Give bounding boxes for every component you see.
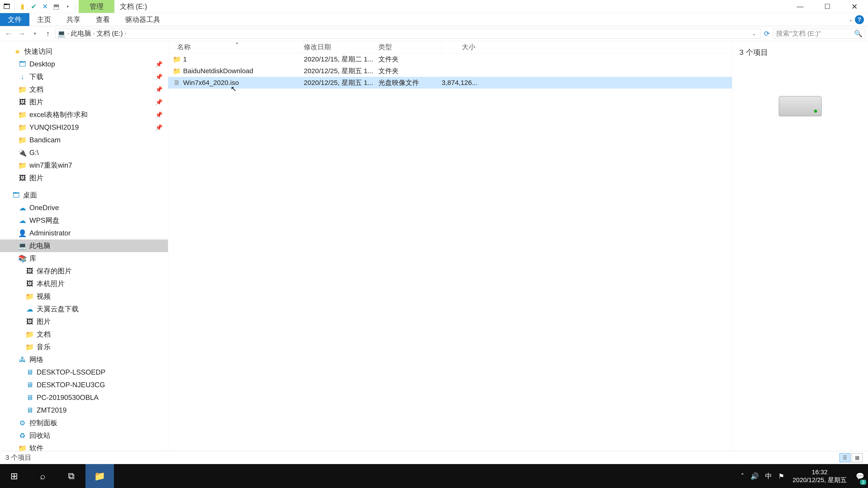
search-input[interactable]: 搜索"文档 (E:)" 🔍 xyxy=(773,29,865,39)
nav-library-item[interactable]: 保存的图片 xyxy=(0,265,168,278)
nav-quick-item[interactable]: Desktop 📌 xyxy=(0,58,168,70)
nav-quick-access[interactable]: 快速访问 xyxy=(0,45,168,58)
qat-checkmark-icon[interactable]: ✔ xyxy=(29,0,39,13)
nav-label: 库 xyxy=(29,254,36,263)
file-row[interactable]: Win7x64_2020.iso 2020/12/25, 星期五 1... 光盘… xyxy=(168,77,732,89)
volume-icon[interactable]: 🔊 xyxy=(750,472,759,480)
nav-quick-item[interactable]: 图片 xyxy=(0,172,168,184)
taskbar-clock[interactable]: 16:32 2020/12/25, 星期五 xyxy=(787,468,852,484)
address-dropdown-icon[interactable]: ⌄ xyxy=(750,31,758,37)
qat-properties-icon[interactable]: ⬒ xyxy=(51,0,61,13)
nav-extra-item[interactable]: 回收站 xyxy=(0,429,168,442)
status-bar: 3 个项目 ☰ ▦ xyxy=(0,451,868,464)
nav-up-button[interactable]: ↑ xyxy=(42,26,54,41)
column-name[interactable]: 名称 ▴ xyxy=(168,41,304,53)
nav-desktop-root[interactable]: 桌面 xyxy=(0,189,168,201)
view-details-button[interactable]: ☰ xyxy=(839,453,850,462)
start-button[interactable]: ⊞ xyxy=(0,464,29,488)
nav-library-item[interactable]: 视频 xyxy=(0,290,168,303)
usb-ic-icon xyxy=(18,149,27,157)
nav-label: 网络 xyxy=(29,355,43,364)
nav-desktop-item[interactable]: OneDrive xyxy=(0,201,168,214)
ribbon-collapse-icon[interactable]: ⌄ xyxy=(848,17,852,23)
nav-recent-dropdown[interactable]: ▾ xyxy=(29,26,41,41)
nav-network-item[interactable]: ZMT2019 xyxy=(0,404,168,417)
nav-extra-item[interactable]: 控制面板 xyxy=(0,417,168,429)
help-icon[interactable]: ? xyxy=(855,15,864,24)
nav-library-item[interactable]: 本机照片 xyxy=(0,278,168,290)
nav-quick-item[interactable]: win7重装win7 xyxy=(0,159,168,172)
column-date[interactable]: 修改日期 xyxy=(304,41,378,53)
task-view-button[interactable]: ⧉ xyxy=(57,464,86,488)
nav-quick-item[interactable]: 下载 📌 xyxy=(0,70,168,83)
file-date: 2020/12/15, 星期二 1... xyxy=(304,55,378,64)
refresh-button[interactable]: ⟳ xyxy=(762,30,772,37)
nav-desktop-item[interactable]: Administrator xyxy=(0,227,168,239)
nav-quick-item[interactable]: YUNQISHI2019 📌 xyxy=(0,121,168,134)
nav-back-button[interactable]: ← xyxy=(3,26,14,41)
ime-indicator[interactable]: 中 xyxy=(765,471,772,481)
tab-view[interactable]: 查看 xyxy=(88,13,118,26)
nav-quick-item[interactable]: Bandicam xyxy=(0,134,168,147)
nav-quick-item[interactable]: 图片 📌 xyxy=(0,96,168,108)
nav-desktop-item[interactable]: WPS网盘 xyxy=(0,214,168,227)
file-type: 光盘映像文件 xyxy=(378,78,442,88)
search-icon[interactable]: 🔍 xyxy=(854,30,862,37)
minimize-button[interactable]: — xyxy=(786,0,814,13)
file-row[interactable]: 1 2020/12/15, 星期二 1... 文件夹 xyxy=(168,53,732,65)
nav-library-item[interactable]: 图片 xyxy=(0,315,168,328)
nav-quick-item[interactable]: G:\ xyxy=(0,147,168,159)
nav-network[interactable]: 网络 xyxy=(0,353,168,366)
nav-network-item[interactable]: PC-20190530OBLA xyxy=(0,391,168,404)
security-icon[interactable]: ⚑ xyxy=(778,472,784,480)
nav-label: 图片 xyxy=(37,317,51,326)
pic-ic-icon xyxy=(18,174,27,182)
chevron-right-icon[interactable]: › xyxy=(93,31,94,37)
taskbar-search-button[interactable]: ⌕ xyxy=(29,464,57,488)
tab-share[interactable]: 共享 xyxy=(59,13,88,26)
column-type[interactable]: 类型 xyxy=(378,41,442,53)
breadcrumb[interactable]: 此电脑 xyxy=(71,29,91,38)
chevron-right-icon[interactable]: › xyxy=(125,31,126,37)
nav-label: 此电脑 xyxy=(29,241,51,251)
desktop-icon xyxy=(12,191,20,199)
nav-extra-item[interactable]: 软件 xyxy=(0,442,168,451)
nav-desktop-item[interactable]: 此电脑 xyxy=(0,239,168,252)
address-bar[interactable]: › 此电脑 › 文档 (E:) › ⌄ xyxy=(55,29,761,39)
pic-ic-icon xyxy=(25,318,34,326)
desk-ic-icon xyxy=(18,60,27,68)
view-icons-button[interactable]: ▦ xyxy=(852,453,863,462)
lib-ic-icon xyxy=(18,254,27,263)
netpc-ic-icon xyxy=(25,381,34,389)
nav-library-item[interactable]: 天翼云盘下载 xyxy=(0,303,168,315)
qat-close-icon[interactable]: ✕ xyxy=(40,0,50,13)
nav-library-item[interactable]: 文档 xyxy=(0,328,168,341)
maximize-button[interactable]: ☐ xyxy=(814,0,841,13)
nav-desktop-item[interactable]: 库 xyxy=(0,252,168,265)
close-button[interactable]: ✕ xyxy=(841,0,868,13)
tray-overflow-icon[interactable]: ˄ xyxy=(741,472,744,480)
breadcrumb[interactable]: 文档 (E:) xyxy=(96,29,123,38)
tab-home[interactable]: 主页 xyxy=(29,13,59,26)
tab-drive-tools[interactable]: 驱动器工具 xyxy=(118,13,168,26)
nav-forward-button[interactable]: → xyxy=(16,26,28,41)
contextual-tab-manage[interactable]: 管理 xyxy=(79,0,114,13)
nav-network-item[interactable]: DESKTOP-NJEU3CG xyxy=(0,379,168,391)
nav-quick-item[interactable]: excel表格制作求和 📌 xyxy=(0,108,168,121)
chevron-right-icon[interactable]: › xyxy=(67,31,69,37)
window-controls: — ☐ ✕ xyxy=(786,0,868,13)
qat-dropdown-icon[interactable]: ▾ xyxy=(63,0,72,13)
action-center-button[interactable]: 💬3 xyxy=(852,464,868,488)
nav-network-item[interactable]: DESKTOP-LSSOEDP xyxy=(0,366,168,379)
nav-label: 桌面 xyxy=(23,191,37,200)
file-row[interactable]: BaiduNetdiskDownload 2020/12/25, 星期五 1..… xyxy=(168,65,732,77)
nav-label: DESKTOP-NJEU3CG xyxy=(37,381,105,389)
column-size[interactable]: 大小 xyxy=(442,41,478,53)
taskbar-explorer-button[interactable] xyxy=(86,464,114,488)
clock-time: 16:32 xyxy=(793,468,847,476)
nav-library-item[interactable]: 音乐 xyxy=(0,341,168,353)
tab-file[interactable]: 文件 xyxy=(0,13,29,26)
nav-quick-item[interactable]: 文档 📌 xyxy=(0,83,168,96)
qat-open-folder-icon[interactable]: ▮ xyxy=(18,0,27,13)
nav-label: 保存的图片 xyxy=(37,266,72,276)
